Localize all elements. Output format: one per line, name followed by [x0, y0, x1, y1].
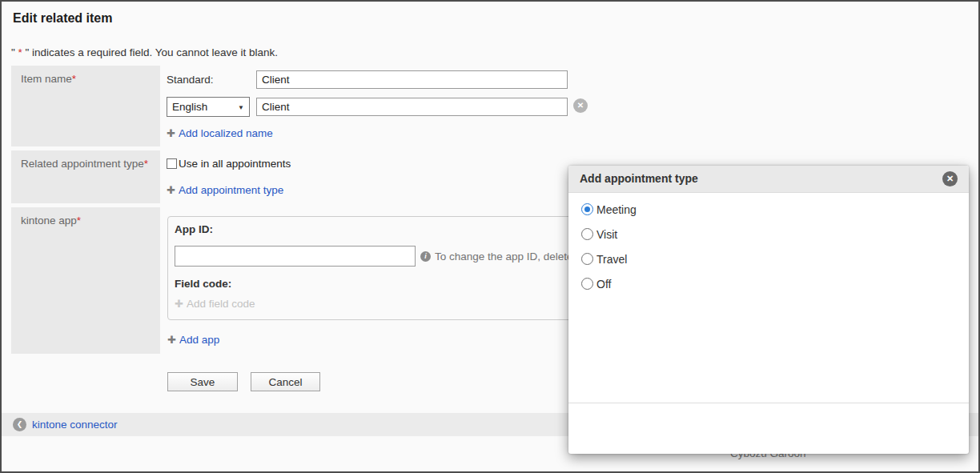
save-button[interactable]: Save — [167, 372, 238, 391]
dialog-header: Add appointment type ✕ — [568, 166, 969, 193]
radio-icon[interactable] — [581, 253, 593, 265]
field-code-label: Field code: — [175, 278, 231, 290]
add-appointment-type-dialog: Add appointment type ✕ MeetingVisitTrave… — [568, 166, 969, 454]
appointment-type-option-label: Travel — [596, 253, 627, 266]
edit-related-item-screen: Edit related item " * " indicates a requ… — [0, 0, 980, 473]
appointment-type-option-meeting[interactable]: Meeting — [581, 197, 956, 222]
language-select-value: English — [172, 101, 207, 113]
radio-icon[interactable] — [581, 278, 593, 290]
back-icon[interactable]: ❮ — [13, 418, 26, 431]
plus-icon: ✚ — [167, 334, 176, 346]
add-field-code-label: Add field code — [187, 298, 255, 310]
app-id-input[interactable] — [175, 246, 416, 267]
item-name-required-mark: * — [72, 73, 76, 85]
language-select[interactable]: English ▼ — [167, 97, 250, 117]
add-field-code-link-disabled: ✚Add field code — [175, 298, 255, 310]
plus-icon: ✚ — [167, 184, 175, 196]
use-in-all-appointments-checkbox[interactable] — [167, 158, 177, 169]
required-note-suffix: " indicates a required field. You cannot… — [22, 46, 278, 58]
kintone-connector-back-link[interactable]: kintone connector — [32, 419, 118, 431]
item-name-label: Item name — [21, 73, 72, 85]
required-note-prefix: " — [11, 46, 18, 58]
required-field-note: " * " indicates a required field. You ca… — [11, 46, 278, 58]
appointment-type-option-off[interactable]: Off — [581, 271, 956, 296]
appointment-type-option-travel[interactable]: Travel — [581, 247, 956, 271]
kintone-app-required-mark: * — [77, 214, 81, 226]
add-appointment-type-label[interactable]: Add appointment type — [179, 184, 283, 196]
appointment-type-options: MeetingVisitTravelOff — [581, 197, 956, 296]
radio-icon[interactable] — [581, 228, 593, 240]
add-localized-name-link[interactable]: ✚Add localized name — [167, 126, 273, 140]
add-app-label[interactable]: Add app — [179, 334, 219, 346]
appointment-type-option-label: Off — [596, 278, 611, 291]
kintone-app-row-label: kintone app* — [11, 207, 160, 354]
localized-name-input[interactable] — [256, 98, 568, 116]
info-icon: i — [420, 251, 431, 262]
plus-icon: ✚ — [167, 127, 175, 139]
dialog-title: Add appointment type — [580, 172, 698, 185]
plus-icon: ✚ — [175, 298, 183, 310]
related-appointment-type-row-label: Related appointment type* — [11, 150, 160, 203]
standard-name-input[interactable] — [256, 70, 568, 89]
app-id-label: App ID: — [175, 223, 213, 235]
page-title: Edit related item — [13, 11, 112, 26]
appointment-type-option-visit[interactable]: Visit — [581, 222, 956, 247]
radio-selected-icon[interactable] — [581, 203, 593, 215]
use-in-all-appointments-label: Use in all appointments — [179, 158, 291, 170]
add-app-link[interactable]: ✚Add app — [167, 332, 219, 347]
kintone-app-label: kintone app — [21, 214, 77, 226]
add-localized-name-label[interactable]: Add localized name — [179, 127, 273, 139]
dialog-footer: Add Cancel — [568, 403, 969, 454]
appointment-type-option-label: Visit — [596, 228, 617, 241]
close-icon[interactable]: ✕ — [942, 171, 958, 186]
use-in-all-appointments-row[interactable]: Use in all appointments — [167, 158, 291, 170]
cancel-button[interactable]: Cancel — [251, 372, 320, 391]
chevron-down-icon: ▼ — [238, 104, 244, 111]
item-name-row-label: Item name* — [11, 66, 160, 146]
remove-localized-name-icon[interactable]: ✕ — [573, 98, 588, 113]
related-appointment-type-required-mark: * — [144, 158, 148, 170]
standard-name-label: Standard: — [167, 74, 214, 86]
related-appointment-type-label: Related appointment type — [21, 158, 144, 170]
add-appointment-type-link[interactable]: ✚Add appointment type — [167, 182, 283, 197]
appointment-type-option-label: Meeting — [596, 203, 637, 216]
